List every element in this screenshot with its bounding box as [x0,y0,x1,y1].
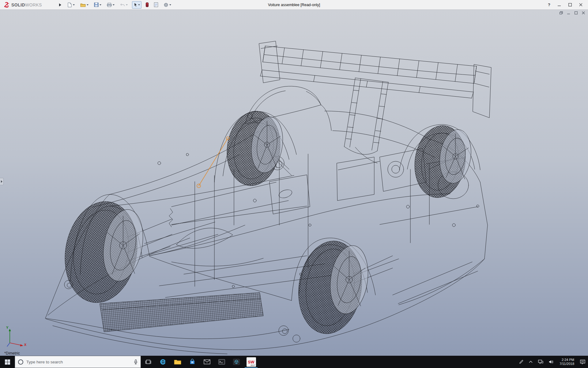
task-view-button[interactable] [141,356,156,368]
pen-workspace-button[interactable] [517,356,526,368]
document-title: Voiture assemblee [Read-only] [268,3,320,7]
action-center-button[interactable] [578,356,587,368]
select-tool-button[interactable] [132,1,141,9]
microphone-icon[interactable] [134,359,138,365]
save-icon [94,2,99,7]
front-right-wheel[interactable] [222,108,286,189]
command-prompt-button[interactable] [214,356,229,368]
command-prompt-icon [218,359,225,365]
save-button[interactable] [93,2,103,8]
titlebar: SOLIDWORKS [0,0,588,10]
dropdown-caret-icon[interactable] [73,4,75,6]
print-icon [107,3,112,7]
doc-restore-icon [560,11,563,14]
tray-chevron-icon [529,361,533,363]
cortana-icon[interactable] [18,359,23,365]
standard-toolbar [66,1,172,9]
doc-restore-button[interactable] [560,11,563,14]
help-button[interactable]: ? [548,2,550,7]
view-orientation-label: *Dimetric [4,351,20,355]
file-properties-button[interactable] [153,2,159,8]
file-properties-icon [154,2,158,7]
doc-maximize-icon [575,11,578,14]
taskbar-clock[interactable]: 2:24 PM 7/11/2018 [557,358,577,366]
select-cursor-icon [134,2,137,7]
options-button[interactable] [162,2,172,8]
solidworks-logo: SOLIDWORKS [3,2,57,8]
task-view-icon [145,359,151,364]
store-icon [189,359,195,365]
solidworks-app-icon: SW 2017 [247,357,256,367]
brand-light: WORKS [25,2,42,7]
front-left-wheel[interactable] [57,196,148,308]
mail-icon [204,359,210,364]
file-explorer-button[interactable] [170,356,185,368]
options-gear-icon [164,2,168,7]
action-center-icon [580,360,585,364]
dropdown-caret-icon[interactable] [113,4,115,6]
tray-overflow-button[interactable] [527,356,535,368]
dropdown-caret-icon[interactable] [138,4,140,6]
file-explorer-icon [174,359,181,365]
start-icon [5,359,10,365]
close-icon [579,3,582,6]
new-document-button[interactable] [66,2,76,8]
network-button[interactable] [536,356,545,368]
doc-maximize-button[interactable] [575,11,578,14]
undo-icon [120,3,125,7]
sw-badge: SW [248,360,254,364]
flyout-arrow-icon[interactable] [59,3,61,6]
orientation-triad: Y X [6,326,28,349]
window-controls: ? [548,2,585,7]
document-window-controls [560,11,585,14]
maximize-icon [568,3,572,6]
rebuild-button[interactable] [145,2,150,8]
print-button[interactable] [106,2,116,8]
cube-app-button[interactable] [229,356,244,368]
brand-bold: SOLID [11,2,25,7]
solidworks-logo-mark [3,2,10,8]
sw-badge-year: 2017 [251,364,255,366]
open-icon [80,3,86,7]
triad-y-label: Y [6,326,8,329]
volume-icon [549,360,554,364]
doc-close-icon [582,11,585,14]
solidworks-app-button[interactable]: SW 2017 [244,356,258,368]
dropdown-caret-icon[interactable] [87,4,89,6]
featuremanager-flyout-arrow[interactable] [0,178,4,185]
doc-close-button[interactable] [582,11,585,14]
dropdown-caret-icon[interactable] [126,4,128,6]
pen-icon [519,360,523,364]
start-button[interactable] [0,356,15,368]
volume-button[interactable] [547,356,556,368]
front-grille-mesh[interactable] [100,293,263,332]
edge-icon [160,358,166,365]
edge-button[interactable] [156,356,170,368]
system-tray: 2:24 PM 7/11/2018 [517,356,588,368]
new-document-icon [67,2,72,7]
minimize-button[interactable] [558,3,561,6]
store-button[interactable] [185,356,200,368]
clock-time: 2:24 PM [560,358,574,362]
maximize-button[interactable] [568,3,572,6]
taskbar: SW 2017 2:24 PM 7/11/2018 [0,356,588,368]
doc-minimize-icon [567,11,570,14]
doc-minimize-button[interactable] [567,11,570,14]
network-icon [538,360,543,364]
rebuild-icon [146,2,149,7]
mail-button[interactable] [200,356,214,368]
minimize-icon [558,3,561,6]
clock-date: 7/11/2018 [560,362,574,366]
graphics-area[interactable]: Y X *Dimetric [0,10,588,356]
triad-x-label: X [24,343,26,347]
dropdown-caret-icon[interactable] [169,4,171,6]
wireframe-car-model[interactable] [0,10,588,356]
close-button[interactable] [579,3,582,6]
taskbar-search[interactable] [15,356,141,368]
dropdown-caret-icon[interactable] [100,4,101,6]
open-button[interactable] [79,2,90,8]
undo-button[interactable] [119,2,129,8]
cube-app-icon [233,359,240,365]
search-input[interactable] [26,360,131,364]
